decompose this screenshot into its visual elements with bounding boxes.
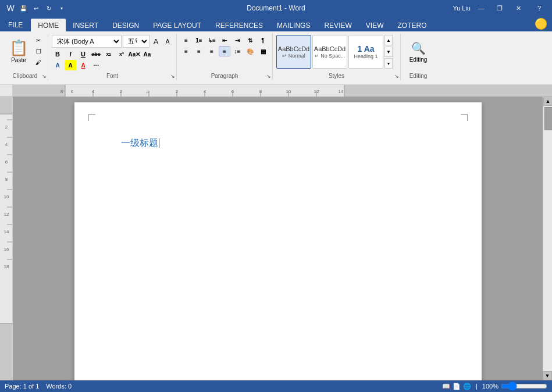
sort-button[interactable]: ⇅ <box>244 35 256 45</box>
read-mode-button[interactable]: 📖 <box>442 383 450 390</box>
format-more-button[interactable]: ⋯ <box>90 60 102 70</box>
shading-button[interactable]: 🎨 <box>244 46 256 56</box>
font-color-row: A A A ⋯ <box>52 60 102 70</box>
styles-scroll-down[interactable]: ▼ <box>384 47 393 57</box>
tab-zotero[interactable]: ZOTERO <box>390 19 433 31</box>
style-nospacing-label: ↵ No Spac... <box>315 53 346 59</box>
font-expand-icon[interactable]: ↘ <box>170 73 175 79</box>
window-title: Document1 - Word <box>247 4 305 12</box>
style-heading1-button[interactable]: 1 Aa Heading 1 <box>348 35 383 69</box>
user-name: Yu Liu <box>453 5 471 12</box>
editing-button[interactable]: 🔍 Editing <box>404 35 432 69</box>
close-button[interactable]: ✕ <box>510 2 526 15</box>
tab-design[interactable]: DESIGN <box>105 19 146 31</box>
style-normal-button[interactable]: AaBbCcDd ↵ Normal <box>276 35 311 69</box>
subscript-button[interactable]: x₂ <box>103 49 115 59</box>
scroll-thumb[interactable] <box>544 107 552 130</box>
ruler-area: 8 6 4 2 2 4 6 8 10 12 14 ⌐ <box>0 85 552 97</box>
tab-insert[interactable]: INSERT <box>66 19 105 31</box>
align-right-button[interactable]: ≡ <box>206 46 218 56</box>
ruler-svg: 8 6 4 2 2 4 6 8 10 12 14 ⌐ <box>13 85 552 97</box>
bullets-button[interactable]: ≡ <box>180 35 192 45</box>
undo-button[interactable]: ↩ <box>30 2 42 14</box>
vruler-svg: 2 4 6 8 10 12 14 16 18 <box>0 97 13 387</box>
superscript-button[interactable]: x² <box>116 49 127 59</box>
clipboard-expand-icon[interactable]: ↘ <box>42 73 47 79</box>
change-case-button[interactable]: Aa <box>141 49 153 59</box>
italic-button[interactable]: I <box>65 49 76 59</box>
svg-rect-28 <box>0 323 13 387</box>
strikethrough-button[interactable]: abc <box>90 49 102 59</box>
tab-file[interactable]: FILE <box>0 19 31 31</box>
page-container: 一级标题 <box>13 97 543 391</box>
justify-button[interactable]: ≡ <box>219 46 230 56</box>
tab-references[interactable]: REFERENCES <box>208 19 270 31</box>
editing-group-label: Editing <box>401 73 436 79</box>
line-spacing-button[interactable]: ↕≡ <box>232 46 243 56</box>
page-content[interactable]: 一级标题 <box>121 137 435 149</box>
font-size-select[interactable]: 五号 <box>123 35 149 48</box>
font-color-button[interactable]: A <box>77 60 89 70</box>
zoom-slider[interactable] <box>501 382 547 391</box>
print-layout-button[interactable]: 📄 <box>453 383 461 390</box>
text-highlight-button[interactable]: A <box>65 60 76 70</box>
increase-indent-button[interactable]: ⇥ <box>232 35 243 45</box>
ribbon-tabs: FILE HOME INSERT DESIGN PAGE LAYOUT REFE… <box>0 16 552 31</box>
multilevel-button[interactable]: ↳≡ <box>206 35 218 45</box>
tab-mailings[interactable]: MAILINGS <box>270 19 317 31</box>
copy-button[interactable]: ❐ <box>33 46 44 56</box>
underline-button[interactable]: U <box>77 49 89 59</box>
tab-page-layout[interactable]: PAGE LAYOUT <box>146 19 208 31</box>
styles-scroll-up[interactable]: ▲ <box>384 35 393 45</box>
styles-expand-icon[interactable]: ↘ <box>394 73 399 79</box>
shrink-font-button[interactable]: A <box>162 36 173 47</box>
restore-button[interactable]: ❐ <box>492 2 508 15</box>
cut-button[interactable]: ✂ <box>33 35 44 45</box>
paragraph-list-row: ≡ 1≡ ↳≡ ⇤ ⇥ ⇅ ¶ <box>180 35 269 45</box>
svg-text:8: 8 <box>60 89 63 94</box>
align-left-button[interactable]: ≡ <box>180 46 192 56</box>
numbering-button[interactable]: 1≡ <box>193 35 205 45</box>
clear-format-button[interactable]: Aa✕ <box>129 49 140 59</box>
paragraph-expand-icon[interactable]: ↘ <box>266 73 271 79</box>
minimize-button[interactable]: — <box>473 2 489 15</box>
style-nospacing-preview: AaBbCcDd <box>314 45 346 52</box>
help-button[interactable]: ? <box>531 2 547 15</box>
paste-button[interactable]: 📋 Paste <box>6 35 31 67</box>
borders-button[interactable]: ▦ <box>257 46 269 56</box>
heading1-text: 一级标题 <box>121 138 158 148</box>
styles-more[interactable]: ▾ <box>384 58 393 69</box>
svg-text:2: 2 <box>176 89 179 94</box>
text-effects-button[interactable]: A <box>52 60 63 70</box>
style-heading1-preview: 1 Aa <box>357 44 374 54</box>
format-painter-button[interactable]: 🖌 <box>33 57 44 67</box>
vertical-scrollbar[interactable]: ▲ ▼ <box>543 97 552 391</box>
svg-text:6: 6 <box>71 89 74 94</box>
decrease-indent-button[interactable]: ⇤ <box>219 35 230 45</box>
horizontal-ruler: 8 6 4 2 2 4 6 8 10 12 14 ⌐ <box>13 85 552 97</box>
svg-text:18: 18 <box>4 264 9 269</box>
align-center-button[interactable]: ≡ <box>193 46 205 56</box>
document-page[interactable]: 一级标题 <box>74 102 482 387</box>
customize-qa-button[interactable]: ▾ <box>56 2 67 14</box>
ruler-corner <box>0 85 13 97</box>
style-no-spacing-button[interactable]: AaBbCcDd ↵ No Spac... <box>312 35 347 69</box>
heading1-paragraph[interactable]: 一级标题 <box>121 137 435 149</box>
grow-font-button[interactable]: A <box>151 36 161 47</box>
web-layout-button[interactable]: 🌐 <box>463 383 471 390</box>
font-name-select[interactable]: 宋体 (Body A <box>52 35 122 48</box>
tab-view[interactable]: VIEW <box>359 19 391 31</box>
scroll-up-button[interactable]: ▲ <box>543 97 552 106</box>
bold-button[interactable]: B <box>52 49 63 59</box>
scroll-down-button[interactable]: ▼ <box>543 371 552 380</box>
tab-home[interactable]: HOME <box>31 19 66 31</box>
redo-button[interactable]: ↻ <box>43 2 55 14</box>
tab-review[interactable]: REVIEW <box>317 19 358 31</box>
save-button[interactable]: 💾 <box>17 2 29 14</box>
svg-text:8: 8 <box>259 89 262 94</box>
title-bar: W 💾 ↩ ↻ ▾ Document1 - Word Yu Liu — ❐ ✕ … <box>0 0 552 16</box>
corner-marker-tr <box>461 114 468 121</box>
svg-rect-26 <box>0 97 13 114</box>
show-marks-button[interactable]: ¶ <box>257 35 269 45</box>
font-group: 宋体 (Body A 五号 A A B I U abc x₂ x² Aa✕ Aa… <box>48 34 177 80</box>
